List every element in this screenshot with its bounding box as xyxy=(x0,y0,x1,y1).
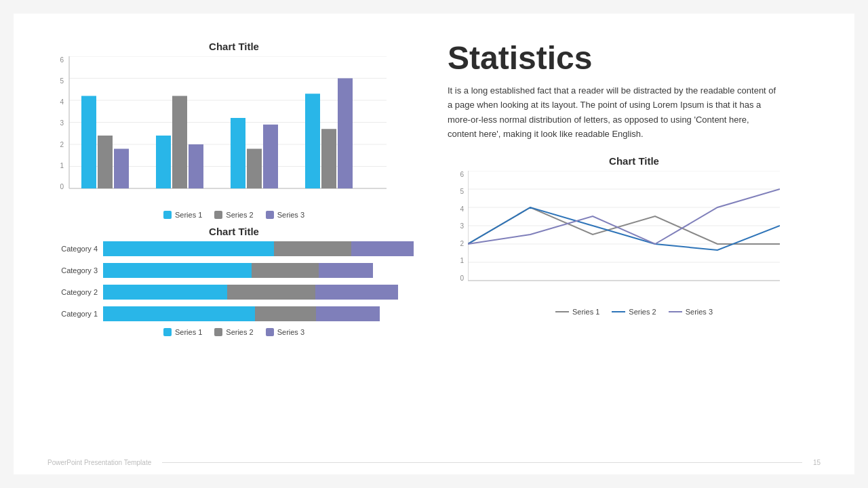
footer-divider xyxy=(162,462,802,463)
legend-series2-label: Series 2 xyxy=(629,308,656,316)
hbar-cat1-track xyxy=(103,306,380,321)
description-text: It is a long established fact that a rea… xyxy=(448,83,780,142)
hbar-chart-area: Category 4 Category 3 xyxy=(47,241,420,321)
hbar-cat3-label: Category 3 xyxy=(54,266,103,274)
hbar-legend-s1-dot xyxy=(163,328,172,336)
footer: PowerPoint Presentation Template 15 xyxy=(47,459,821,466)
hbar-legend-s1-label: Series 1 xyxy=(175,328,202,336)
hbar-cat4-track xyxy=(103,241,414,256)
bar-legend-s2-label: Series 2 xyxy=(226,211,253,219)
hbar-cat4-label: Category 4 xyxy=(54,245,103,253)
bar-legend-s2-dot xyxy=(214,211,222,219)
svg-rect-26 xyxy=(321,129,336,188)
hbar-legend-s3: Series 3 xyxy=(266,328,304,336)
hbar-cat2-s2 xyxy=(227,285,315,300)
hbar-legend-s2: Series 2 xyxy=(214,328,253,336)
hbar-legend-s2-label: Series 2 xyxy=(226,328,253,336)
line-chart-svg xyxy=(468,171,780,300)
y-label: 1 xyxy=(460,257,464,264)
bar-chart-legend: Series 1 Series 2 Series 3 xyxy=(47,211,420,219)
y-label: 4 xyxy=(460,205,464,213)
svg-rect-24 xyxy=(263,125,278,188)
y-label: 1 xyxy=(60,162,64,169)
line-chart-wrapper: Chart Title 6 5 4 3 2 1 0 xyxy=(448,155,821,323)
hbar-chart-title: Chart Title xyxy=(47,226,420,237)
footer-label: PowerPoint Presentation Template xyxy=(47,459,151,466)
legend-series2: Series 2 xyxy=(612,308,656,316)
svg-rect-27 xyxy=(338,79,353,189)
hbar-legend-s1: Series 1 xyxy=(163,328,202,336)
y-label: 3 xyxy=(460,222,464,230)
legend-series3-line xyxy=(669,311,682,312)
bar-legend-s1-dot xyxy=(163,211,172,219)
line-chart-legend: Series 1 Series 2 Series 3 xyxy=(448,308,821,316)
bar-chart-area: 6 5 4 3 2 1 0 xyxy=(47,56,420,205)
hbar-cat1-s2 xyxy=(255,306,316,321)
hbar-cat3-s2 xyxy=(252,263,319,278)
hbar-cat1-s3 xyxy=(316,306,380,321)
hbar-legend-s3-dot xyxy=(266,328,274,336)
hbar-cat4-s3 xyxy=(351,241,414,256)
legend-series1: Series 1 xyxy=(555,308,599,316)
y-label: 4 xyxy=(60,98,64,106)
svg-rect-19 xyxy=(156,136,171,188)
bar-legend-s3-dot xyxy=(266,211,274,219)
hbar-row-cat3: Category 3 xyxy=(54,263,414,278)
bar-chart-wrapper: Chart Title 6 5 4 3 2 1 0 xyxy=(47,41,420,219)
bar-legend-s3-label: Series 3 xyxy=(277,211,304,219)
bar-legend-s1: Series 1 xyxy=(163,211,202,219)
svg-rect-20 xyxy=(172,96,187,189)
hbar-chart-wrapper: Chart Title Category 4 Category 3 xyxy=(47,226,420,336)
hbar-legend-s2-dot xyxy=(214,328,222,336)
y-label: 2 xyxy=(460,240,464,247)
hbar-cat1-label: Category 1 xyxy=(54,310,103,318)
y-label: 6 xyxy=(460,171,464,178)
svg-rect-18 xyxy=(114,149,129,189)
svg-rect-23 xyxy=(247,149,262,189)
bar-chart-title: Chart Title xyxy=(47,41,420,52)
hbar-cat4-s2 xyxy=(274,241,352,256)
svg-rect-22 xyxy=(231,118,245,188)
legend-series1-line xyxy=(555,311,569,312)
hbar-cat4-s1 xyxy=(103,241,274,256)
y-label: 6 xyxy=(60,56,64,64)
hbar-cat2-s1 xyxy=(103,285,227,300)
y-label: 0 xyxy=(60,183,64,190)
y-label: 5 xyxy=(460,188,464,195)
legend-series3-label: Series 3 xyxy=(686,308,713,316)
svg-rect-17 xyxy=(98,136,113,188)
bar-legend-s3: Series 3 xyxy=(266,211,304,219)
hbar-cat3-s1 xyxy=(103,263,252,278)
y-label: 2 xyxy=(60,141,64,148)
hbar-cat2-track xyxy=(103,285,398,300)
legend-series1-label: Series 1 xyxy=(572,308,599,316)
page-title: Statistics xyxy=(448,41,821,77)
legend-series3: Series 3 xyxy=(669,308,713,316)
hbar-row-cat2: Category 2 xyxy=(54,285,414,300)
hbar-legend-s3-label: Series 3 xyxy=(277,328,304,336)
svg-rect-16 xyxy=(81,96,96,189)
bar-chart-svg xyxy=(68,56,387,205)
right-column: Chart Title 6 5 4 3 2 1 0 xyxy=(47,41,420,454)
y-label: 5 xyxy=(60,77,64,85)
slide: Statistics It is a long established fact… xyxy=(14,14,854,474)
hbar-row-cat4: Category 4 xyxy=(54,241,414,256)
hbar-cat2-s3 xyxy=(315,285,398,300)
svg-rect-25 xyxy=(305,94,320,188)
bar-legend-s2: Series 2 xyxy=(214,211,253,219)
y-label: 3 xyxy=(60,119,64,127)
legend-series2-line xyxy=(612,311,625,312)
footer-page: 15 xyxy=(813,459,821,466)
line-chart-area: 6 5 4 3 2 1 0 xyxy=(448,171,821,302)
y-label: 0 xyxy=(460,274,464,282)
hbar-cat1-s1 xyxy=(103,306,255,321)
hbar-chart-legend: Series 1 Series 2 Series 3 xyxy=(47,328,420,336)
svg-rect-21 xyxy=(189,144,203,188)
hbar-cat3-s3 xyxy=(319,263,373,278)
left-column: Statistics It is a long established fact… xyxy=(448,41,821,323)
bar-legend-s1-label: Series 1 xyxy=(175,211,202,219)
hbar-row-cat1: Category 1 xyxy=(54,306,414,321)
line-chart-title: Chart Title xyxy=(448,155,821,167)
hbar-cat3-track xyxy=(103,263,373,278)
hbar-cat2-label: Category 2 xyxy=(54,288,103,296)
